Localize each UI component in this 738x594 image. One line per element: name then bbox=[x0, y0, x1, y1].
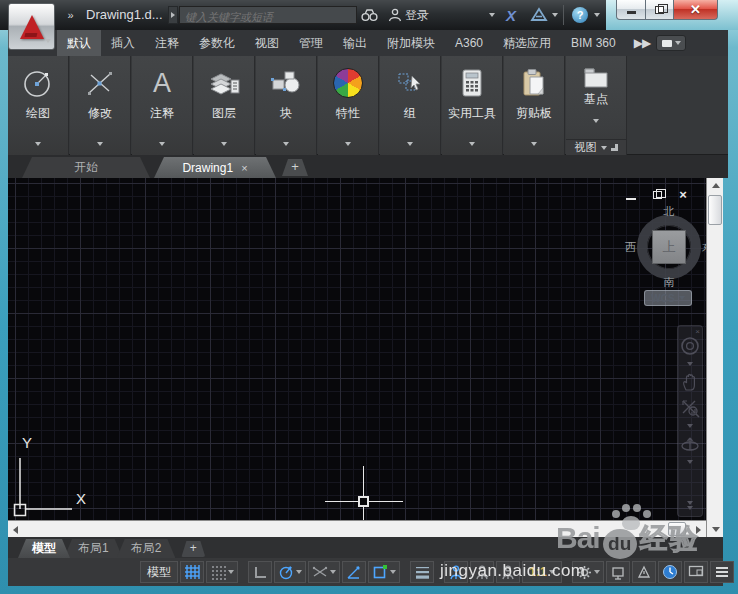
grid-display-button[interactable] bbox=[180, 561, 204, 583]
sign-in-menu-button[interactable] bbox=[489, 6, 495, 24]
panel-expand-button[interactable] bbox=[35, 132, 41, 150]
ribbon-tab-bim360[interactable]: BIM 360 bbox=[561, 30, 626, 56]
panel-expand-button[interactable] bbox=[283, 132, 289, 150]
ribbon-panel-groups[interactable]: 组 bbox=[380, 56, 441, 155]
file-tab-start[interactable]: 开始 bbox=[22, 157, 150, 178]
a360-button[interactable] bbox=[530, 6, 548, 24]
ribbon-tab-annotate[interactable]: 注释 bbox=[145, 30, 189, 56]
ribbon-tab-a360[interactable]: A360 bbox=[445, 30, 493, 56]
vertical-scroll-thumb[interactable] bbox=[708, 195, 722, 225]
file-tab-drawing1[interactable]: Drawing1 × bbox=[154, 157, 276, 178]
ribbon-tab-insert[interactable]: 插入 bbox=[101, 30, 145, 56]
hardware-acceleration-button[interactable] bbox=[658, 561, 682, 583]
a360-menu-button[interactable] bbox=[552, 6, 558, 24]
autoscale-annotation-button[interactable] bbox=[470, 561, 494, 583]
help-menu-button[interactable] bbox=[594, 6, 600, 24]
scroll-down-button[interactable] bbox=[707, 522, 724, 537]
wcs-dropdown[interactable]: WCS bbox=[644, 290, 692, 306]
navbar-close-icon[interactable]: × bbox=[695, 327, 700, 336]
polar-tracking-button[interactable] bbox=[274, 561, 306, 583]
doc-restore-button[interactable] bbox=[650, 188, 664, 202]
panel-expand-button[interactable] bbox=[345, 132, 351, 150]
horizontal-scrollbar[interactable] bbox=[8, 520, 706, 537]
ribbon-panel-modify[interactable]: 修改 bbox=[70, 56, 131, 155]
drawing-canvas[interactable]: × 北 南 西 东 上 WCS × bbox=[8, 178, 706, 520]
ribbon-panel-draw[interactable]: 绘图 bbox=[8, 56, 69, 155]
scroll-right-button[interactable] bbox=[691, 521, 706, 538]
vertical-scrollbar[interactable] bbox=[706, 178, 723, 537]
layout-tab-layout2[interactable]: 布局2 bbox=[117, 539, 176, 558]
minimize-button[interactable] bbox=[616, 0, 646, 20]
clean-screen-button[interactable] bbox=[684, 561, 708, 583]
annotation-visibility-button[interactable] bbox=[444, 561, 468, 583]
ribbon-panel-layers[interactable]: 图层 bbox=[194, 56, 255, 155]
viewcube-west-label[interactable]: 西 bbox=[625, 240, 636, 255]
ribbon-panel-properties[interactable]: 特性 bbox=[318, 56, 379, 155]
pan-hand-icon[interactable] bbox=[681, 372, 699, 392]
snap-mode-button[interactable] bbox=[206, 561, 238, 583]
new-drawing-button[interactable]: + bbox=[282, 159, 308, 176]
ribbon-panel-clipboard[interactable]: 剪贴板 bbox=[504, 56, 565, 155]
annotation-monitor-button[interactable] bbox=[606, 561, 630, 583]
panel-expand-button[interactable] bbox=[159, 132, 165, 150]
ribbon-tab-addins[interactable]: 附加模块 bbox=[377, 30, 445, 56]
new-layout-button[interactable]: + bbox=[181, 541, 205, 557]
customization-button[interactable] bbox=[710, 561, 734, 583]
annotation-scale-sync-button[interactable] bbox=[496, 561, 520, 583]
layout-tab-model[interactable]: 模型 bbox=[18, 539, 70, 558]
ortho-mode-button[interactable] bbox=[248, 561, 272, 583]
object-snap-button[interactable] bbox=[368, 561, 400, 583]
ribbon-tab-home[interactable]: 默认 bbox=[57, 30, 101, 56]
search-expand-button[interactable] bbox=[168, 6, 178, 24]
quick-access-expand-button[interactable]: » bbox=[60, 7, 80, 24]
exchange-apps-button[interactable]: X bbox=[506, 6, 516, 24]
ribbon-tab-output[interactable]: 输出 bbox=[333, 30, 377, 56]
object-snap-tracking-button[interactable] bbox=[342, 561, 366, 583]
orbit-icon[interactable] bbox=[680, 434, 700, 454]
panel-expand-button[interactable] bbox=[469, 132, 475, 150]
horizontal-scroll-thumb[interactable] bbox=[668, 522, 686, 536]
viewcube-south-label[interactable]: 南 bbox=[664, 275, 675, 290]
lineweight-button[interactable] bbox=[410, 561, 434, 583]
ribbon-panel-block[interactable]: 块 bbox=[256, 56, 317, 155]
ribbon-tab-view[interactable]: 视图 bbox=[245, 30, 289, 56]
isolate-objects-button[interactable] bbox=[632, 561, 656, 583]
doc-close-button[interactable]: × bbox=[676, 188, 690, 202]
close-tab-icon[interactable]: × bbox=[241, 162, 247, 174]
scroll-left-button[interactable] bbox=[8, 521, 23, 538]
view-panel-title-bar[interactable]: 视图 bbox=[566, 139, 626, 155]
ribbon-panel-view[interactable]: 基点 视图 bbox=[566, 56, 627, 155]
zoom-icon[interactable] bbox=[680, 398, 700, 418]
ribbon-panel-utilities[interactable]: 实用工具 bbox=[442, 56, 503, 155]
ribbon-panel-annotate[interactable]: A 注释 bbox=[132, 56, 193, 155]
application-menu-button[interactable] bbox=[8, 3, 55, 50]
workspace-switching-button[interactable] bbox=[572, 561, 604, 583]
ribbon-tab-featured-apps[interactable]: 精选应用 bbox=[493, 30, 561, 56]
layout-tab-layout1[interactable]: 布局1 bbox=[64, 539, 123, 558]
scroll-up-button[interactable] bbox=[707, 178, 724, 193]
panel-expand-button[interactable] bbox=[407, 132, 413, 150]
restore-button[interactable] bbox=[646, 0, 674, 20]
viewcube-top-face[interactable]: 上 bbox=[652, 230, 686, 264]
ribbon-minimize-button[interactable] bbox=[656, 35, 686, 51]
close-button[interactable]: ✕ bbox=[674, 0, 718, 20]
search-input[interactable] bbox=[180, 9, 356, 25]
tab-overflow-button[interactable]: ▶▶ bbox=[634, 36, 650, 50]
navbar-collapse-button[interactable] bbox=[687, 501, 693, 510]
annotation-scale-button[interactable]: 1:1 bbox=[522, 561, 562, 583]
search-button[interactable] bbox=[361, 6, 378, 24]
doc-minimize-button[interactable] bbox=[624, 188, 638, 202]
sign-in-button[interactable]: 登录 bbox=[388, 6, 429, 24]
ribbon-tab-manage[interactable]: 管理 bbox=[289, 30, 333, 56]
chevron-down-icon[interactable] bbox=[687, 424, 693, 428]
steering-wheel-icon[interactable] bbox=[680, 336, 700, 356]
viewcube-north-label[interactable]: 北 bbox=[664, 204, 675, 219]
viewcube[interactable]: 北 南 西 东 上 bbox=[630, 208, 706, 286]
help-button[interactable]: ? bbox=[572, 6, 588, 24]
panel-expand-button[interactable] bbox=[97, 132, 103, 150]
chevron-down-icon[interactable] bbox=[687, 460, 693, 464]
base-point-menu-button[interactable] bbox=[593, 109, 599, 127]
ribbon-tab-parametric[interactable]: 参数化 bbox=[189, 30, 245, 56]
panel-expand-button[interactable] bbox=[221, 132, 227, 150]
panel-expand-button[interactable] bbox=[531, 132, 537, 150]
